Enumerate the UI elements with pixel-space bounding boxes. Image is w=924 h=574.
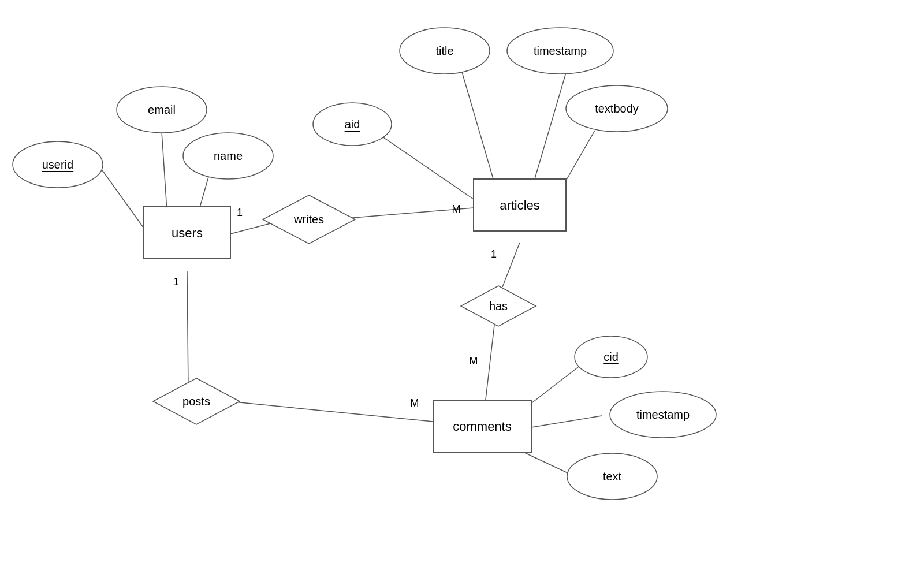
- line-has-comments: [485, 325, 494, 404]
- attr-textbody-label: textbody: [595, 102, 639, 115]
- line-timestamp-articles: [531, 73, 566, 191]
- attr-email-label: email: [148, 103, 176, 116]
- line-aid-articles: [372, 130, 474, 199]
- card-users-posts-1: 1: [173, 276, 179, 288]
- entity-comments-label: comments: [453, 419, 511, 434]
- attr-name-label: name: [214, 150, 243, 162]
- line-userid-users: [98, 165, 144, 228]
- attr-timestamp-articles-label: timestamp: [534, 44, 587, 57]
- line-text-comments: [520, 450, 569, 474]
- attr-userid-label: userid: [42, 158, 73, 171]
- card-comments-has-m: M: [470, 355, 478, 367]
- card-comments-posts-m: M: [411, 397, 419, 409]
- line-cid-comments: [530, 367, 579, 404]
- card-articles-writes-m: M: [452, 203, 461, 215]
- line-posts-comments: [228, 401, 433, 422]
- relationship-writes-label: writes: [293, 213, 324, 226]
- line-title-articles: [462, 72, 497, 191]
- attr-cid-label: cid: [603, 351, 619, 363]
- line-timestamp-comments: [531, 416, 602, 427]
- relationship-has-label: has: [489, 300, 508, 312]
- relationship-posts-label: posts: [182, 395, 210, 408]
- line-articles-has: [502, 243, 520, 287]
- attr-timestamp-comments-label: timestamp: [636, 408, 690, 421]
- card-users-writes-1: 1: [237, 207, 243, 218]
- er-diagram: 1 M 1 M 1 M writes has posts users artic…: [0, 0, 924, 574]
- entity-users-label: users: [172, 226, 203, 240]
- line-users-posts: [187, 271, 188, 388]
- card-articles-has-1: 1: [491, 248, 497, 260]
- attr-aid-label: aid: [345, 118, 360, 131]
- entity-articles-label: articles: [500, 198, 540, 213]
- attr-title-label: title: [435, 44, 453, 57]
- attr-text-label: text: [603, 470, 622, 483]
